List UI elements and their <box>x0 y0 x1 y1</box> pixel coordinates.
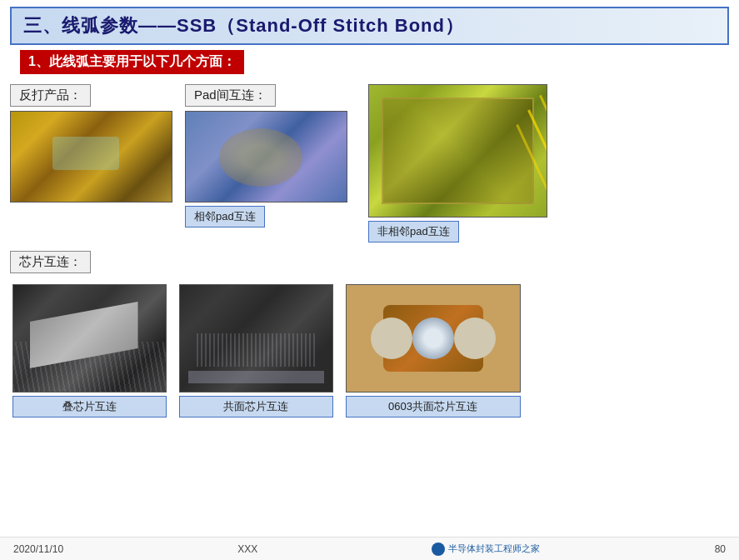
row1: 反打产品： Pad间互连： 相邻pad互连 非相邻pad互连 <box>10 84 729 242</box>
row3: 叠芯片互连 共面芯片互连 0603共面芯片互连 <box>10 284 729 418</box>
section-header-text: 1、此线弧主要用于以下几个方面： <box>28 54 236 68</box>
chip-0603-image <box>346 284 521 392</box>
nonadjacent-pad-caption: 非相邻pad互连 <box>368 221 459 242</box>
logo-circle-icon <box>432 542 445 556</box>
section-header-wrapper: 1、此线弧主要用于以下几个方面： <box>10 50 729 81</box>
chip-0603-caption: 0603共面芯片互连 <box>346 396 521 418</box>
main-content: 反打产品： Pad间互连： 相邻pad互连 非相邻pad互连 芯片互连： <box>0 84 739 537</box>
slide-title: 三、线弧参数——SSB（Stand-Off Stitch Bond） <box>23 13 716 38</box>
stacked-chip-image <box>12 284 167 392</box>
col-pad: Pad间互连： 相邻pad互连 <box>185 84 360 228</box>
footer: 2020/11/10 XXX 半导体封装工程师之家 80 <box>0 537 739 560</box>
pad-image <box>185 111 347 202</box>
footer-date: 2020/11/10 <box>13 543 63 555</box>
chip-big-image <box>368 84 547 218</box>
pad-label: Pad间互连： <box>185 84 276 107</box>
footer-logo: 半导体封装工程师之家 <box>432 542 540 556</box>
col-fanpai: 反打产品： <box>10 84 177 202</box>
row2-label: 芯片互连： <box>10 251 729 278</box>
col-coplanar-chip: 共面芯片互连 <box>177 284 335 418</box>
title-bar: 三、线弧参数——SSB（Stand-Off Stitch Bond） <box>10 7 729 45</box>
col-0603-chip: 0603共面芯片互连 <box>343 284 522 418</box>
footer-logo-text: 半导体封装工程师之家 <box>448 542 540 555</box>
adjacent-pad-caption: 相邻pad互连 <box>185 206 265 228</box>
chip-interconnect-label: 芯片互连： <box>10 251 91 273</box>
slide: 三、线弧参数——SSB（Stand-Off Stitch Bond） 1、此线弧… <box>0 0 739 560</box>
stacked-chip-caption: 叠芯片互连 <box>12 396 167 418</box>
footer-code: XXX <box>237 543 257 555</box>
section-header: 1、此线弧主要用于以下几个方面： <box>20 50 244 74</box>
col-stacked-chip: 叠芯片互连 <box>10 284 168 418</box>
fanpai-image <box>10 111 172 202</box>
footer-page: 80 <box>715 543 726 555</box>
coplanar-chip-caption: 共面芯片互连 <box>179 396 333 418</box>
fanpai-label: 反打产品： <box>10 84 91 107</box>
coplanar-chip-image <box>179 284 333 392</box>
col-chip-img: 非相邻pad互连 <box>368 84 729 242</box>
